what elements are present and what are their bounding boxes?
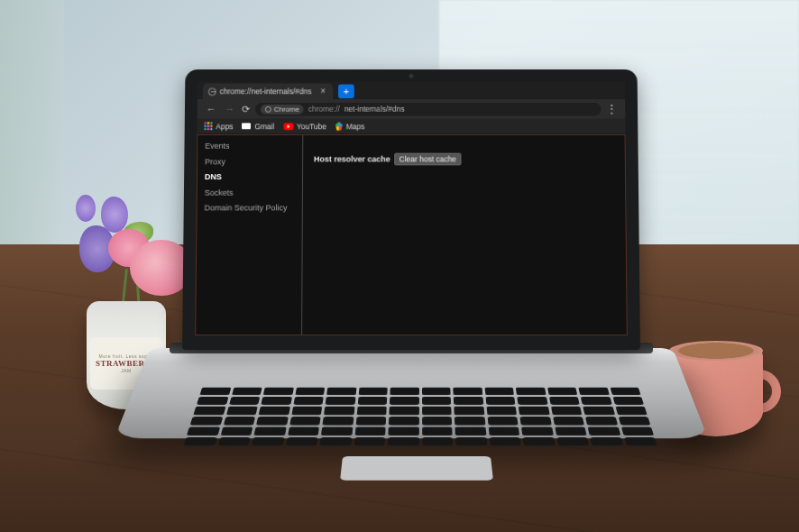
url-scheme: chrome://	[308, 105, 340, 114]
chrome-icon	[265, 105, 271, 112]
youtube-icon	[283, 123, 293, 130]
chrome-chip: Chrome	[261, 104, 304, 114]
url-path: net-internals/#dns	[344, 105, 405, 114]
omnibox[interactable]: Chrome chrome://net-internals/#dns	[255, 103, 602, 116]
bookmark-apps[interactable]: Apps	[204, 122, 233, 131]
sidebar-item-domain-security-policy[interactable]: Domain Security Policy	[197, 201, 302, 216]
bookmark-label: Apps	[216, 122, 233, 131]
net-internals-page: Events Proxy DNS Sockets Domain Security…	[195, 134, 628, 335]
bookmark-label: YouTube	[297, 122, 326, 131]
menu-button[interactable]: ⋮	[606, 103, 618, 115]
trackpad	[340, 456, 493, 481]
browser-titlebar: chrome://net-internals/#dns × +	[197, 82, 625, 99]
webcam	[409, 74, 414, 78]
address-bar: ← → ⟳ Chrome chrome://net-internals/#dns…	[197, 99, 626, 118]
bookmark-label: Gmail	[254, 122, 274, 131]
screen: chrome://net-internals/#dns × + ← → ⟳ Ch…	[195, 82, 628, 335]
browser-tab[interactable]: chrome://net-internals/#dns ×	[203, 84, 333, 100]
host-resolver-cache-label: Host resolver cache	[314, 155, 390, 164]
bookmark-maps[interactable]: Maps	[335, 122, 364, 131]
forward-button[interactable]: →	[223, 104, 236, 115]
clear-host-cache-button[interactable]: Clear host cache	[394, 153, 462, 166]
reload-button[interactable]: ⟳	[242, 103, 250, 115]
laptop: chrome://net-internals/#dns × + ← → ⟳ Ch…	[159, 58, 664, 491]
main-panel: Host resolver cache Clear host cache	[302, 135, 627, 335]
close-icon[interactable]: ×	[320, 87, 326, 96]
back-button[interactable]: ←	[205, 104, 218, 115]
jar-sub: JAM	[121, 368, 132, 373]
bookmark-label: Maps	[346, 122, 365, 131]
sidebar-item-proxy[interactable]: Proxy	[197, 154, 302, 170]
tab-title: chrome://net-internals/#dns	[220, 87, 312, 96]
sidebar-item-events[interactable]: Events	[197, 139, 302, 154]
laptop-lid: chrome://net-internals/#dns × + ← → ⟳ Ch…	[182, 69, 640, 350]
bookmarks-bar: Apps Gmail YouTube Maps	[197, 119, 626, 135]
apps-icon	[204, 122, 212, 130]
sidebar-item-dns[interactable]: DNS	[197, 170, 302, 185]
sidebar: Events Proxy DNS Sockets Domain Security…	[196, 135, 303, 335]
gmail-icon	[242, 123, 251, 129]
bookmark-youtube[interactable]: YouTube	[283, 122, 326, 131]
maps-icon	[335, 122, 343, 131]
new-tab-button[interactable]: +	[338, 85, 354, 99]
keyboard	[170, 382, 670, 449]
sidebar-item-sockets[interactable]: Sockets	[197, 185, 302, 200]
globe-icon	[208, 87, 216, 96]
chip-label: Chrome	[274, 105, 299, 113]
bookmark-gmail[interactable]: Gmail	[242, 122, 274, 131]
